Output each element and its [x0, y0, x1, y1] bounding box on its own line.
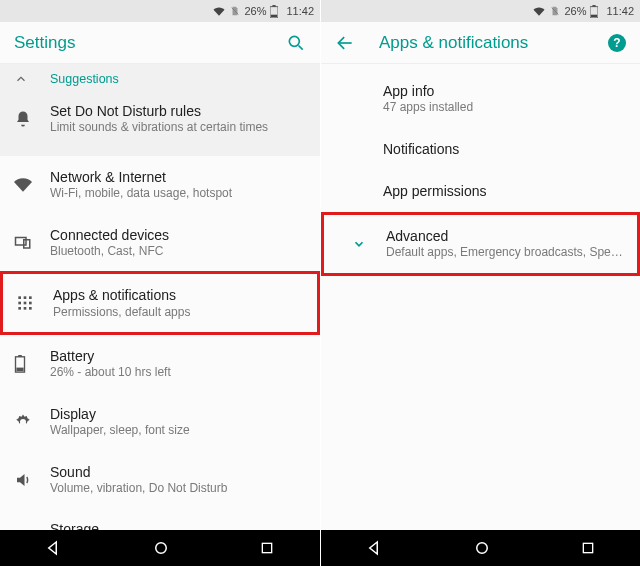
nav-bar: [0, 530, 320, 566]
row-sub: Volume, vibration, Do Not Disturb: [50, 481, 306, 497]
row-network[interactable]: Network & Internet Wi-Fi, mobile, data u…: [0, 156, 320, 214]
row-title: Sound: [50, 463, 306, 481]
back-icon[interactable]: [335, 33, 355, 53]
row-sub: Wi-Fi, mobile, data usage, hotspot: [50, 186, 306, 202]
svg-marker-30: [369, 542, 377, 554]
svg-rect-13: [18, 307, 21, 310]
settings-list: Suggestions Set Do Not Disturb rules Lim…: [0, 64, 320, 530]
search-icon[interactable]: [286, 33, 306, 53]
row-sub: Bluetooth, Cast, NFC: [50, 244, 306, 260]
svg-point-24: [156, 543, 167, 554]
svg-rect-25: [263, 543, 272, 552]
row-title: Display: [50, 405, 306, 423]
chevron-down-icon: [352, 237, 366, 251]
svg-rect-7: [18, 297, 21, 300]
svg-rect-28: [591, 14, 597, 16]
row-app-info[interactable]: App info 47 apps installed: [321, 64, 640, 128]
apps-list: App info 47 apps installed Notifications…: [321, 64, 640, 530]
row-title: Apps & notifications: [53, 286, 303, 304]
suggestion-dnd[interactable]: Set Do Not Disturb rules Limit sounds & …: [0, 90, 320, 148]
phone-right: 26% 11:42 Apps & notifications ? App inf…: [320, 0, 640, 566]
svg-rect-12: [29, 302, 32, 305]
row-battery[interactable]: Battery 26% - about 10 hrs left: [0, 335, 320, 393]
svg-rect-15: [29, 307, 32, 310]
devices-icon: [14, 233, 50, 251]
nav-recent-icon[interactable]: [259, 540, 275, 556]
nav-home-icon[interactable]: [152, 539, 170, 557]
row-title: App info: [383, 82, 626, 100]
row-title: Battery: [50, 347, 306, 365]
wifi-icon: [532, 6, 546, 17]
nav-back-icon[interactable]: [366, 539, 384, 557]
svg-marker-23: [48, 542, 56, 554]
row-connected-devices[interactable]: Connected devices Bluetooth, Cast, NFC: [0, 214, 320, 272]
battery-icon: [590, 5, 598, 18]
row-app-permissions[interactable]: App permissions: [321, 170, 640, 212]
svg-rect-14: [24, 307, 27, 310]
svg-rect-32: [583, 543, 592, 552]
clock: 11:42: [286, 5, 314, 17]
suggestions-header[interactable]: Suggestions: [0, 64, 320, 90]
chevron-up-icon: [14, 72, 50, 86]
page-title: Apps & notifications: [379, 33, 608, 53]
svg-point-3: [289, 36, 299, 46]
svg-point-19: [20, 419, 26, 425]
status-bar: 26% 11:42: [0, 0, 320, 22]
row-sound[interactable]: Sound Volume, vibration, Do Not Disturb: [0, 451, 320, 509]
row-title: Notifications: [383, 140, 626, 158]
row-sub: Default apps, Emergency broadcasts, Spec…: [386, 245, 623, 261]
svg-rect-8: [24, 297, 27, 300]
svg-rect-2: [271, 14, 277, 16]
row-sub: 26% - about 10 hrs left: [50, 365, 306, 381]
app-bar: Apps & notifications ?: [321, 22, 640, 64]
bell-icon: [14, 110, 50, 128]
phone-left: 26% 11:42 Settings Suggestions Se: [0, 0, 320, 566]
row-sub: Limit sounds & vibrations at certain tim…: [50, 120, 306, 136]
row-title: Connected devices: [50, 226, 306, 244]
svg-point-31: [476, 543, 487, 554]
battery-text: 26%: [564, 5, 586, 17]
row-title: Advanced: [386, 227, 623, 245]
row-title: Network & Internet: [50, 168, 306, 186]
suggestions-section: Suggestions Set Do Not Disturb rules Lim…: [0, 64, 320, 156]
row-sub: Wallpaper, sleep, font size: [50, 423, 306, 439]
battery-icon: [270, 5, 278, 18]
battery-text: 26%: [244, 5, 266, 17]
nav-recent-icon[interactable]: [580, 540, 596, 556]
sound-icon: [14, 471, 50, 489]
nav-home-icon[interactable]: [473, 539, 491, 557]
clock: 11:42: [606, 5, 634, 17]
page-title: Settings: [14, 33, 286, 53]
svg-rect-11: [24, 302, 27, 305]
wifi-icon: [212, 6, 226, 17]
row-title: Storage: [50, 520, 306, 530]
no-sim-icon: [550, 5, 560, 17]
row-sub: 47 apps installed: [383, 100, 626, 116]
suggestions-label: Suggestions: [50, 72, 119, 86]
svg-rect-10: [18, 302, 21, 305]
row-advanced[interactable]: Advanced Default apps, Emergency broadca…: [321, 212, 640, 276]
row-storage[interactable]: Storage 37% used - 10.04 GB free: [0, 508, 320, 530]
status-bar: 26% 11:42: [321, 0, 640, 22]
row-sub: Permissions, default apps: [53, 305, 303, 321]
apps-icon: [17, 295, 53, 311]
brightness-icon: [14, 413, 50, 431]
wifi-icon: [14, 176, 50, 194]
nav-back-icon[interactable]: [45, 539, 63, 557]
row-title: Set Do Not Disturb rules: [50, 102, 306, 120]
battery-icon: [14, 355, 50, 373]
svg-rect-18: [16, 368, 23, 372]
svg-line-4: [299, 45, 303, 49]
nav-bar: [321, 530, 640, 566]
help-icon[interactable]: ?: [608, 34, 626, 52]
row-display[interactable]: Display Wallpaper, sleep, font size: [0, 393, 320, 451]
svg-rect-9: [29, 297, 32, 300]
app-bar: Settings: [0, 22, 320, 64]
row-title: App permissions: [383, 182, 626, 200]
row-apps-notifications[interactable]: Apps & notifications Permissions, defaul…: [0, 271, 320, 335]
no-sim-icon: [230, 5, 240, 17]
row-notifications[interactable]: Notifications: [321, 128, 640, 170]
